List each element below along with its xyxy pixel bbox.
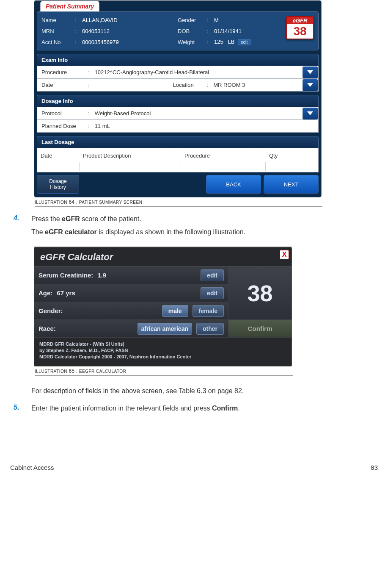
col-product: Product Description	[80, 153, 181, 159]
step-5-text: Enter the patient information in the rel…	[31, 404, 380, 413]
close-button[interactable]: X	[280, 250, 289, 259]
dosage-info-header: Dosage Info	[37, 95, 319, 107]
footer-bar: DosageHistory BACK NEXT	[37, 172, 319, 194]
gender-row: Gender: male female	[34, 302, 228, 320]
exam-procedure-row: Procedure: 10212^CC-Angiography-Carotid …	[37, 66, 319, 79]
step-4-detail: The eGFR calculator is displayed as show…	[31, 227, 380, 237]
col-date: Date	[37, 153, 80, 159]
age-edit-button[interactable]: edit	[201, 287, 224, 299]
patient-summary-panel: Name: ALLAN,DAVID MRN: 004053112 Acct No…	[37, 11, 319, 50]
egfr-badge-value: 38	[287, 24, 313, 39]
step-4-number: 4.	[14, 214, 31, 224]
last-dosage-table: Date Product Description Procedure Qty	[37, 148, 319, 172]
gender-female-button[interactable]: female	[193, 305, 224, 317]
protocol-row: Protocol: Weight-Based Protocol	[37, 107, 319, 120]
svg-marker-2	[307, 111, 313, 115]
egfr-badge-label: eGFR	[287, 17, 313, 24]
back-button[interactable]: BACK	[206, 175, 261, 194]
page-number: 83	[371, 464, 378, 471]
serum-edit-button[interactable]: edit	[201, 269, 224, 281]
egfr-calculated-score: 38	[228, 266, 292, 320]
calculator-credits: MDRD GFR Calculator - (With SI Units) by…	[34, 338, 292, 363]
patient-summary-screen: Patient Summary Name: ALLAN,DAVID MRN: 0…	[34, 0, 322, 197]
race-row: Race: african american other	[34, 320, 228, 338]
field-acctno: Acct No: 000035456979	[41, 36, 178, 47]
chevron-down-icon	[307, 111, 313, 116]
egfr-calculator-screen: X eGFR Calculator Serum Creatinine: 1.9 …	[34, 247, 292, 366]
procedure-dropdown-button[interactable]	[303, 67, 318, 78]
weight-value: 125	[214, 39, 223, 45]
confirm-button[interactable]: Confirm	[228, 320, 292, 338]
footer-section-title: Cabinet Access	[10, 464, 54, 471]
table-row	[37, 161, 318, 172]
weight-edit-button[interactable]: edit	[238, 39, 250, 45]
col-procedure: Procedure	[181, 153, 266, 159]
dosage-history-button[interactable]: DosageHistory	[37, 175, 79, 194]
planned-dose-row: Planned Dose: 11 mL	[37, 120, 319, 133]
race-other-button[interactable]: other	[196, 323, 224, 335]
age-row: Age: 67 yrs edit	[34, 284, 228, 302]
chevron-down-icon	[307, 70, 313, 75]
post-calc-text: For description of fields in the above s…	[31, 386, 380, 396]
illustration-65-caption: Illustration 65 : EeGFR Calculator	[35, 368, 293, 376]
exam-location-value: MR ROOM 3	[211, 82, 300, 88]
protocol-dropdown-button[interactable]	[303, 108, 318, 119]
exam-date-location-row: Date: Location: MR ROOM 3	[37, 79, 319, 92]
calculator-title: eGFR Calculator	[34, 247, 292, 266]
field-mrn: MRN: 004053112	[41, 25, 178, 36]
patient-summary-tab: Patient Summary	[40, 1, 99, 11]
svg-marker-1	[307, 83, 313, 87]
last-dosage-header: Last Dosage	[37, 136, 319, 148]
col-qty: Qty	[266, 153, 308, 159]
location-dropdown-button[interactable]	[303, 79, 318, 91]
step-4-text: Press the eGFR score of the patient.	[31, 214, 380, 224]
race-aa-button[interactable]: african american	[138, 323, 192, 335]
field-name: Name: ALLAN,DAVID	[41, 14, 178, 25]
illustration-64-caption: Illustration 64 : Patient Summary screen	[35, 199, 322, 207]
serum-creatinine-row: Serum Creatinine: 1.9 edit	[34, 266, 228, 284]
svg-marker-0	[307, 70, 313, 74]
step-5-number: 5.	[14, 404, 31, 413]
exam-info-header: Exam Info	[37, 54, 319, 66]
gender-male-button[interactable]: male	[162, 305, 188, 317]
next-button[interactable]: NEXT	[264, 175, 319, 194]
chevron-down-icon	[307, 83, 313, 87]
egfr-badge[interactable]: eGFR 38	[286, 16, 314, 39]
weight-unit: LB	[228, 39, 235, 45]
